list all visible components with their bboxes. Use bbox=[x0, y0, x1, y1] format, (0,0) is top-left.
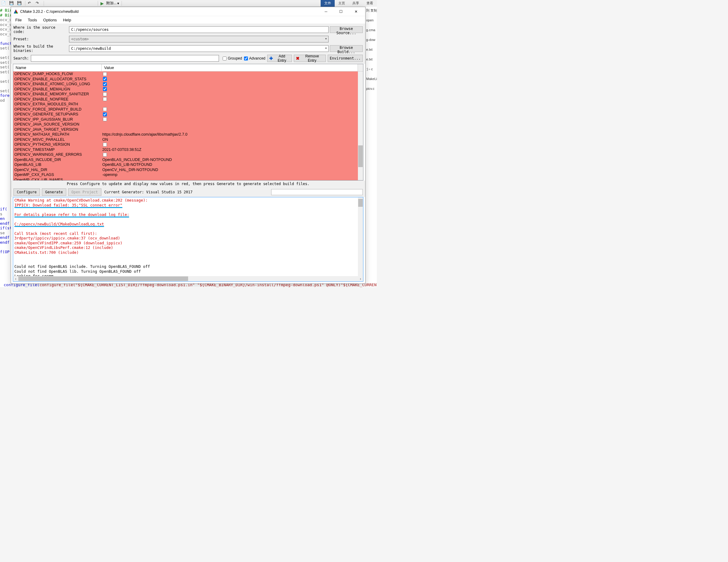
remove-entry-button[interactable]: ✖Remove Entry bbox=[294, 55, 326, 62]
menu-options[interactable]: Options bbox=[40, 17, 60, 23]
table-row[interactable]: OPENCV_IPP_GAUSSIAN_BLUR bbox=[13, 117, 358, 122]
tab-file[interactable]: 文件 bbox=[321, 0, 335, 7]
cache-value[interactable] bbox=[102, 143, 358, 147]
table-row[interactable]: OPENCV_ENABLE_NONFREE bbox=[13, 97, 358, 102]
configure-button[interactable]: Configure bbox=[13, 188, 40, 196]
grouped-checkbox[interactable]: Grouped bbox=[223, 56, 242, 60]
cache-value[interactable] bbox=[102, 77, 358, 81]
table-scrollbar[interactable] bbox=[358, 71, 363, 180]
preset-combo[interactable] bbox=[69, 36, 329, 42]
cache-value[interactable] bbox=[102, 97, 358, 101]
table-row[interactable]: OPENCV_DUMP_HOOKS_FLOW bbox=[13, 71, 358, 77]
cache-value[interactable] bbox=[102, 82, 358, 86]
save-icon[interactable]: 💾 bbox=[9, 1, 15, 6]
table-row[interactable]: OPENCV_ENABLE_ATOMIC_LONG_LONG bbox=[13, 82, 358, 87]
build-path-input[interactable] bbox=[69, 45, 329, 52]
cache-value[interactable]: OpenCV_HAL_DIR-NOTFOUND bbox=[102, 168, 358, 172]
source-path-input[interactable] bbox=[69, 26, 329, 33]
cache-value[interactable] bbox=[102, 107, 358, 111]
cache-value[interactable] bbox=[102, 92, 358, 96]
titlebar[interactable]: CMake 3.20.2 - C:/opencv/newBuild ─ ☐ ✕ bbox=[11, 7, 365, 16]
tab-share[interactable]: 共享 bbox=[349, 0, 363, 7]
cache-value[interactable]: -openmp bbox=[102, 173, 358, 177]
table-row[interactable]: OPENCV_MSVC_PARALLELON bbox=[13, 137, 358, 142]
column-value[interactable]: Value bbox=[102, 64, 358, 71]
cache-name: OPENCV_MATHJAX_RELPATH bbox=[13, 132, 102, 137]
minimize-button[interactable]: ─ bbox=[319, 7, 333, 16]
table-row[interactable]: OPENCV_ENABLE_MEMALIGN bbox=[13, 87, 358, 92]
table-row[interactable]: OPENCV_ENABLE_ALLOCATOR_STATS bbox=[13, 77, 358, 82]
table-row[interactable]: OPENCV_WARNINGS_ARE_ERRORS bbox=[13, 152, 358, 157]
table-row[interactable]: OPENCV_FORCE_3RDPARTY_BUILD bbox=[13, 107, 358, 112]
open-project-button[interactable]: Open Project bbox=[68, 188, 101, 196]
progress-bar bbox=[271, 189, 363, 195]
cache-value[interactable]: 2021-07-03T03:38:51Z bbox=[102, 148, 358, 152]
cache-name: OPENCV_GENERATE_SETUPVARS bbox=[13, 112, 102, 116]
table-row[interactable]: OPENCV_PYTHON3_VERSION bbox=[13, 142, 358, 147]
build-label: Where to build the binaries: bbox=[13, 44, 68, 53]
cache-name: OPENCV_EXTRA_MODULES_PATH bbox=[13, 102, 102, 106]
table-row[interactable]: OPENCV_MATHJAX_RELPATHhttps://cdnjs.clou… bbox=[13, 132, 358, 137]
cache-name: OpenMP_CXX_LIB_NAMES bbox=[13, 178, 102, 180]
cache-name: OPENCV_JAVA_SOURCE_VERSION bbox=[13, 122, 102, 126]
maximize-button[interactable]: ☐ bbox=[334, 7, 348, 16]
cache-value[interactable]: https://cdnjs.cloudflare.com/ajax/libs/m… bbox=[102, 132, 358, 137]
menu-file[interactable]: File bbox=[12, 17, 25, 23]
cache-name: OPENCV_DUMP_HOOKS_FLOW bbox=[13, 72, 102, 76]
cache-value[interactable] bbox=[102, 72, 358, 76]
browse-build-button[interactable]: Browse Build... bbox=[330, 45, 363, 52]
cache-value[interactable] bbox=[102, 112, 358, 116]
tab-view[interactable]: 查看 bbox=[363, 0, 377, 7]
play-icon[interactable]: ▶ bbox=[100, 1, 104, 6]
cache-value[interactable]: OpenBLAS_LIB-NOTFOUND bbox=[102, 162, 358, 167]
output-vscrollbar[interactable] bbox=[358, 197, 363, 276]
generate-button[interactable]: Generate bbox=[42, 188, 66, 196]
column-name[interactable]: Name bbox=[13, 64, 102, 71]
table-row[interactable]: OPENCV_GENERATE_SETUPVARS bbox=[13, 112, 358, 117]
source-label: Where is the source code: bbox=[13, 25, 68, 34]
form-area: Where is the source code: Browse Source.… bbox=[11, 24, 365, 64]
cache-name: OPENCV_TIMESTAMP bbox=[13, 148, 102, 152]
explorer-tabs: 文件 主页 共享 查看 bbox=[321, 0, 377, 7]
cache-name: OPENCV_FORCE_3RDPARTY_BUILD bbox=[13, 107, 102, 111]
attach-button[interactable]: 附加... ▾ bbox=[106, 1, 119, 6]
table-row[interactable]: OPENCV_ENABLE_MEMORY_SANITIZER bbox=[13, 92, 358, 97]
action-row: Configure Generate Open Project Current … bbox=[11, 187, 365, 197]
table-row[interactable]: OpenMP_CXX_LIB_NAMES bbox=[13, 177, 358, 181]
menu-tools[interactable]: Tools bbox=[25, 17, 40, 23]
add-entry-button[interactable]: ✚Add Entry bbox=[267, 55, 292, 62]
close-button[interactable]: ✕ bbox=[349, 7, 363, 16]
cache-name: OPENCV_MSVC_PARALLEL bbox=[13, 137, 102, 142]
cmake-window: CMake 3.20.2 - C:/opencv/newBuild ─ ☐ ✕ … bbox=[11, 7, 366, 284]
output-text[interactable]: CMake Warning at cmake/OpenCVDownload.cm… bbox=[13, 197, 358, 276]
browse-source-button[interactable]: Browse Source... bbox=[330, 26, 363, 33]
table-row[interactable]: OpenBLAS_LIBOpenBLAS_LIB-NOTFOUND bbox=[13, 162, 358, 167]
search-input[interactable] bbox=[31, 55, 219, 62]
table-row[interactable]: OPENCV_JAVA_SOURCE_VERSION bbox=[13, 122, 358, 127]
cache-value[interactable] bbox=[102, 117, 358, 121]
cache-value[interactable]: OpenBLAS_INCLUDE_DIR-NOTFOUND bbox=[102, 158, 358, 162]
cache-name: OpenBLAS_INCLUDE_DIR bbox=[13, 158, 102, 162]
cache-name: OpenMP_CXX_FLAGS bbox=[13, 173, 102, 177]
redo-icon[interactable]: ↷ bbox=[36, 1, 41, 6]
output-hscrollbar[interactable]: ‹ › bbox=[13, 276, 363, 281]
tab-home[interactable]: 主页 bbox=[335, 0, 349, 7]
environment-button[interactable]: Environment... bbox=[328, 55, 363, 62]
save-all-icon[interactable]: 💾 bbox=[17, 1, 23, 6]
cache-value[interactable]: ON bbox=[102, 137, 358, 142]
table-row[interactable]: OPENCV_JAVA_TARGET_VERSION bbox=[13, 127, 358, 132]
ide-right-panel: 到 复制 open g.cma g-dow e.txt e.txt :) › c… bbox=[366, 7, 377, 287]
table-row[interactable]: OpenCV_HAL_DIROpenCV_HAL_DIR-NOTFOUND bbox=[13, 167, 358, 173]
advanced-checkbox[interactable]: Advanced bbox=[244, 56, 265, 60]
table-row[interactable]: OpenMP_CXX_FLAGS-openmp bbox=[13, 172, 358, 177]
menu-help[interactable]: Help bbox=[60, 17, 74, 23]
cache-value[interactable] bbox=[102, 153, 358, 157]
cache-name: OPENCV_ENABLE_NONFREE bbox=[13, 97, 102, 101]
cache-name: OPENCV_ENABLE_ATOMIC_LONG_LONG bbox=[13, 82, 102, 86]
table-row[interactable]: OPENCV_EXTRA_MODULES_PATH bbox=[13, 102, 358, 107]
table-row[interactable]: OPENCV_TIMESTAMP2021-07-03T03:38:51Z bbox=[13, 147, 358, 152]
search-label: Search: bbox=[13, 56, 29, 60]
table-row[interactable]: OpenBLAS_INCLUDE_DIROpenBLAS_INCLUDE_DIR… bbox=[13, 157, 358, 162]
undo-icon[interactable]: ↶ bbox=[28, 1, 33, 6]
cache-value[interactable] bbox=[102, 87, 358, 91]
